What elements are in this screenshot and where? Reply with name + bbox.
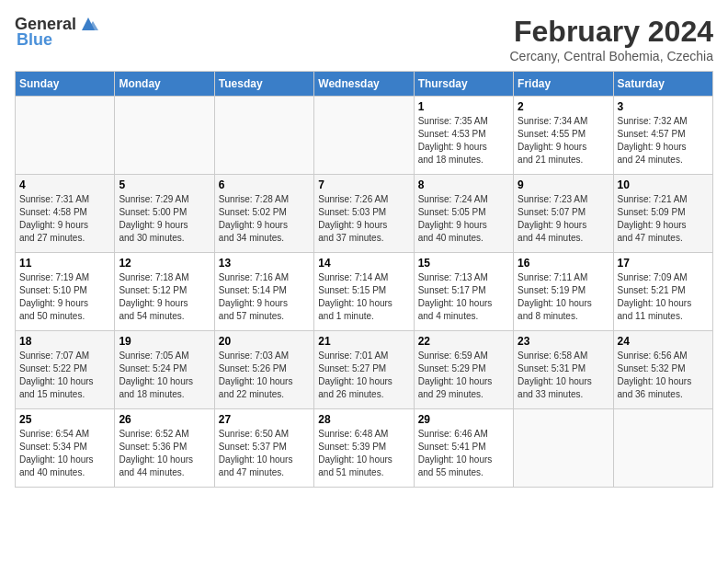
calendar-cell: 20Sunrise: 7:03 AM Sunset: 5:26 PM Dayli… [214, 331, 313, 409]
calendar-cell: 13Sunrise: 7:16 AM Sunset: 5:14 PM Dayli… [214, 253, 313, 331]
day-number: 29 [418, 413, 509, 426]
day-number: 15 [418, 257, 509, 270]
day-info: Sunrise: 7:26 AM Sunset: 5:03 PM Dayligh… [318, 193, 409, 245]
day-info: Sunrise: 6:48 AM Sunset: 5:39 PM Dayligh… [318, 428, 409, 479]
calendar-week-2: 4Sunrise: 7:31 AM Sunset: 4:58 PM Daylig… [16, 175, 713, 253]
day-info: Sunrise: 7:29 AM Sunset: 5:00 PM Dayligh… [119, 193, 210, 245]
location-subtitle: Cercany, Central Bohemia, Czechia [509, 49, 713, 63]
day-info: Sunrise: 6:58 AM Sunset: 5:31 PM Dayligh… [518, 350, 609, 401]
calendar-cell [16, 97, 115, 175]
calendar-cell: 5Sunrise: 7:29 AM Sunset: 5:00 PM Daylig… [115, 175, 214, 253]
calendar-cell: 22Sunrise: 6:59 AM Sunset: 5:29 PM Dayli… [414, 331, 513, 409]
day-number: 26 [119, 413, 210, 426]
day-info: Sunrise: 7:32 AM Sunset: 4:57 PM Dayligh… [618, 115, 709, 167]
logo-text: General Blue [15, 15, 98, 50]
day-number: 1 [418, 100, 509, 113]
calendar-cell: 4Sunrise: 7:31 AM Sunset: 4:58 PM Daylig… [16, 175, 115, 253]
day-info: Sunrise: 7:09 AM Sunset: 5:21 PM Dayligh… [618, 271, 709, 323]
calendar-cell [214, 97, 313, 175]
day-info: Sunrise: 6:52 AM Sunset: 5:36 PM Dayligh… [119, 428, 210, 479]
day-info: Sunrise: 7:31 AM Sunset: 4:58 PM Dayligh… [19, 193, 110, 245]
day-info: Sunrise: 7:07 AM Sunset: 5:22 PM Dayligh… [19, 350, 110, 401]
calendar-week-3: 11Sunrise: 7:19 AM Sunset: 5:10 PM Dayli… [16, 253, 713, 331]
day-number: 18 [19, 335, 110, 348]
weekday-header-friday: Friday [514, 72, 613, 97]
day-info: Sunrise: 6:50 AM Sunset: 5:37 PM Dayligh… [219, 428, 310, 479]
day-number: 8 [418, 178, 509, 191]
day-number: 19 [119, 335, 210, 348]
weekday-header-thursday: Thursday [414, 72, 513, 97]
day-info: Sunrise: 6:46 AM Sunset: 5:41 PM Dayligh… [418, 428, 509, 479]
calendar-cell: 23Sunrise: 6:58 AM Sunset: 5:31 PM Dayli… [514, 331, 613, 409]
day-number: 13 [219, 257, 310, 270]
calendar-cell: 28Sunrise: 6:48 AM Sunset: 5:39 PM Dayli… [314, 409, 414, 488]
calendar-week-5: 25Sunrise: 6:54 AM Sunset: 5:34 PM Dayli… [16, 409, 713, 488]
day-number: 23 [518, 335, 609, 348]
day-number: 21 [318, 335, 409, 348]
calendar-cell: 19Sunrise: 7:05 AM Sunset: 5:24 PM Dayli… [115, 331, 214, 409]
weekday-header-saturday: Saturday [613, 72, 712, 97]
calendar-cell: 6Sunrise: 7:28 AM Sunset: 5:02 PM Daylig… [214, 175, 313, 253]
calendar-cell: 12Sunrise: 7:18 AM Sunset: 5:12 PM Dayli… [115, 253, 214, 331]
title-area: February 2024 Cercany, Central Bohemia, … [509, 15, 713, 63]
day-info: Sunrise: 7:34 AM Sunset: 4:55 PM Dayligh… [518, 115, 609, 167]
logo-blue: Blue [17, 30, 52, 50]
day-number: 11 [19, 257, 110, 270]
day-info: Sunrise: 7:35 AM Sunset: 4:53 PM Dayligh… [418, 115, 509, 167]
calendar-cell: 9Sunrise: 7:23 AM Sunset: 5:07 PM Daylig… [514, 175, 613, 253]
calendar-cell: 26Sunrise: 6:52 AM Sunset: 5:36 PM Dayli… [115, 409, 214, 488]
day-info: Sunrise: 6:59 AM Sunset: 5:29 PM Dayligh… [418, 350, 509, 401]
day-number: 14 [318, 257, 409, 270]
day-number: 10 [618, 178, 709, 191]
calendar-cell: 27Sunrise: 6:50 AM Sunset: 5:37 PM Dayli… [214, 409, 313, 488]
day-number: 22 [418, 335, 509, 348]
day-number: 6 [219, 178, 310, 191]
month-year-title: February 2024 [509, 15, 713, 49]
day-info: Sunrise: 6:56 AM Sunset: 5:32 PM Dayligh… [618, 350, 709, 401]
day-number: 2 [518, 100, 609, 113]
day-number: 3 [618, 100, 709, 113]
calendar-cell: 24Sunrise: 6:56 AM Sunset: 5:32 PM Dayli… [613, 331, 712, 409]
calendar-cell: 2Sunrise: 7:34 AM Sunset: 4:55 PM Daylig… [514, 97, 613, 175]
day-number: 12 [119, 257, 210, 270]
calendar-cell: 17Sunrise: 7:09 AM Sunset: 5:21 PM Dayli… [613, 253, 712, 331]
day-info: Sunrise: 7:24 AM Sunset: 5:05 PM Dayligh… [418, 193, 509, 245]
calendar-cell: 21Sunrise: 7:01 AM Sunset: 5:27 PM Dayli… [314, 331, 414, 409]
day-number: 4 [19, 178, 110, 191]
header: General Blue February 2024 Cercany, Cent… [15, 15, 713, 63]
day-number: 28 [318, 413, 409, 426]
calendar-cell: 15Sunrise: 7:13 AM Sunset: 5:17 PM Dayli… [414, 253, 513, 331]
calendar-cell: 29Sunrise: 6:46 AM Sunset: 5:41 PM Dayli… [414, 409, 513, 488]
calendar-cell [115, 97, 214, 175]
day-info: Sunrise: 6:54 AM Sunset: 5:34 PM Dayligh… [19, 428, 110, 479]
day-info: Sunrise: 7:13 AM Sunset: 5:17 PM Dayligh… [418, 271, 509, 323]
day-info: Sunrise: 7:28 AM Sunset: 5:02 PM Dayligh… [219, 193, 310, 245]
day-number: 9 [518, 178, 609, 191]
day-info: Sunrise: 7:23 AM Sunset: 5:07 PM Dayligh… [518, 193, 609, 245]
calendar-table: SundayMondayTuesdayWednesdayThursdayFrid… [15, 71, 713, 488]
day-info: Sunrise: 7:03 AM Sunset: 5:26 PM Dayligh… [219, 350, 310, 401]
calendar-cell: 1Sunrise: 7:35 AM Sunset: 4:53 PM Daylig… [414, 97, 513, 175]
calendar-cell [514, 409, 613, 488]
calendar-cell: 3Sunrise: 7:32 AM Sunset: 4:57 PM Daylig… [613, 97, 712, 175]
calendar-cell [314, 97, 414, 175]
day-info: Sunrise: 7:14 AM Sunset: 5:15 PM Dayligh… [318, 271, 409, 323]
day-info: Sunrise: 7:11 AM Sunset: 5:19 PM Dayligh… [518, 271, 609, 323]
weekday-header-tuesday: Tuesday [214, 72, 313, 97]
logo: General Blue [15, 15, 98, 50]
day-number: 27 [219, 413, 310, 426]
weekday-header-wednesday: Wednesday [314, 72, 414, 97]
calendar-cell: 25Sunrise: 6:54 AM Sunset: 5:34 PM Dayli… [16, 409, 115, 488]
calendar-cell: 8Sunrise: 7:24 AM Sunset: 5:05 PM Daylig… [414, 175, 513, 253]
calendar-cell: 11Sunrise: 7:19 AM Sunset: 5:10 PM Dayli… [16, 253, 115, 331]
day-info: Sunrise: 7:01 AM Sunset: 5:27 PM Dayligh… [318, 350, 409, 401]
logo-icon [78, 14, 98, 34]
calendar-cell [613, 409, 712, 488]
calendar-cell: 18Sunrise: 7:07 AM Sunset: 5:22 PM Dayli… [16, 331, 115, 409]
day-info: Sunrise: 7:21 AM Sunset: 5:09 PM Dayligh… [618, 193, 709, 245]
calendar-cell: 10Sunrise: 7:21 AM Sunset: 5:09 PM Dayli… [613, 175, 712, 253]
weekday-header-sunday: Sunday [16, 72, 115, 97]
day-number: 17 [618, 257, 709, 270]
day-info: Sunrise: 7:05 AM Sunset: 5:24 PM Dayligh… [119, 350, 210, 401]
day-number: 7 [318, 178, 409, 191]
